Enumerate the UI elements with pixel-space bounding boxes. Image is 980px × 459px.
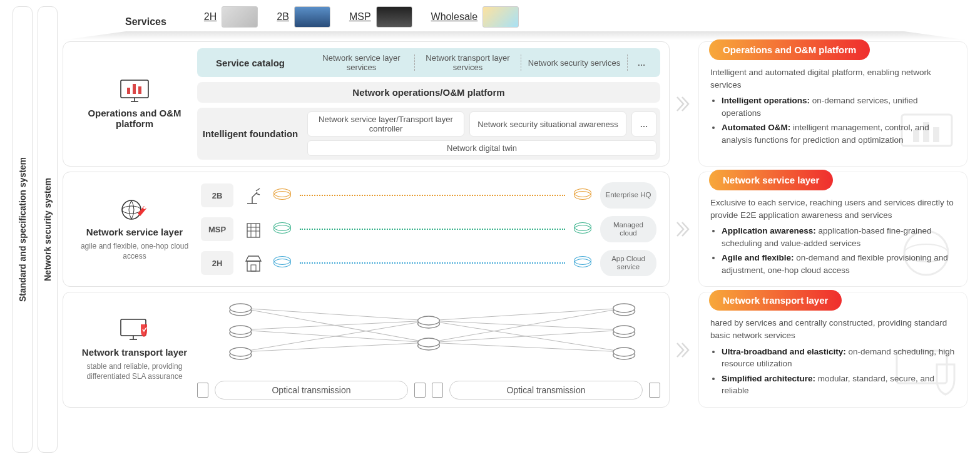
row-platform: Operations and O&M platform Service cata… — [63, 41, 967, 167]
services-section: Services 2H 2B MSP Wholesale — [63, 6, 967, 36]
svg-line-31 — [429, 308, 624, 321]
intel-ellipsis: … — [631, 111, 656, 137]
card-platform: Operations and O&M platform Intelligent … — [698, 41, 967, 167]
net-row-msp: MSP Managed cloud — [201, 216, 656, 242]
intel-bottom-cell: Network digital twin — [307, 140, 656, 156]
service-catalog-box: Service catalog Network service layer se… — [197, 48, 660, 77]
svg-point-38 — [230, 304, 252, 312]
service-text: Wholesale — [431, 11, 478, 23]
leftblock-platform: Operations and O&M platform — [72, 48, 197, 160]
svg-point-10 — [122, 200, 141, 219]
svg-rect-19 — [251, 265, 256, 271]
row-service-layer: Network service layer agile and flexible… — [63, 172, 967, 287]
svg-point-48 — [613, 304, 635, 312]
card-badge: Network transport layer — [709, 290, 842, 311]
svg-point-46 — [418, 338, 440, 347]
router-disc-icon — [273, 191, 291, 200]
svg-rect-4 — [133, 84, 136, 94]
card-transport: Network transport layer hared by service… — [698, 292, 967, 407]
net-row-2b: 2B Enterprise HQ — [201, 182, 656, 209]
monitor-chart-icon — [118, 79, 151, 104]
svg-rect-9 — [933, 127, 939, 142]
intel-stacks: Network service layer/Transport layer co… — [304, 108, 660, 160]
services-row: Services 2H 2B MSP Wholesale — [63, 6, 967, 31]
divider-icon — [414, 54, 415, 71]
service-item-msp: MSP — [349, 6, 412, 28]
platform-rightblock: Service catalog Network service layer se… — [197, 48, 660, 160]
svg-rect-8 — [923, 122, 929, 142]
oam-center-label: Network operations/O&M platform — [197, 82, 660, 103]
catalog-cell: Network service layer services — [310, 52, 413, 73]
optical-oval: Optical transmission — [215, 381, 408, 400]
services-label: Services — [125, 16, 166, 28]
bg-monitor-icon — [898, 111, 961, 161]
monitor-shield-icon — [118, 318, 151, 343]
funnel-divider — [63, 31, 967, 40]
mesh-svg — [197, 299, 660, 364]
optical-row: Optical transmission Optical transmissio… — [197, 378, 660, 401]
card-lead: Exclusive to each service, reaching user… — [710, 197, 956, 221]
svg-point-20 — [904, 231, 948, 275]
catalog-head: Service catalog — [197, 48, 304, 77]
store-icon — [242, 252, 265, 274]
thumb-2b-icon — [294, 6, 330, 28]
thumb-2h-icon — [222, 6, 258, 28]
svg-point-11 — [122, 206, 141, 214]
vbar-standard: Standard and specification system — [13, 6, 33, 453]
intel-head: Intelligent foundation — [197, 108, 304, 160]
dashed-link — [300, 229, 565, 230]
leftblock-transport: Network transport layer stable and relia… — [72, 299, 197, 400]
cloud-enterprise: Enterprise HQ — [600, 182, 656, 209]
main-column: Services 2H 2B MSP Wholesale — [63, 6, 967, 453]
intelligent-foundation-box: Intelligent foundation Network service l… — [197, 108, 660, 160]
panel-transport: Network transport layer stable and relia… — [63, 292, 670, 407]
divider-icon — [627, 54, 628, 71]
net-row-2h: 2H App Cloud service — [201, 250, 656, 276]
svg-point-40 — [230, 326, 252, 334]
transport-graphic: Optical transmission Optical transmissio… — [197, 299, 660, 400]
robot-arm-icon — [242, 184, 265, 207]
svg-line-35 — [429, 330, 624, 343]
thumb-wholesale-icon — [482, 6, 519, 28]
intel-top-cell: Network service layer/Transport layer co… — [307, 111, 464, 137]
router-disc-icon — [574, 259, 591, 267]
catalog-cell: Network transport layer services — [416, 52, 519, 73]
device-box-icon — [649, 383, 660, 398]
vbar-security: Network security system — [38, 6, 58, 453]
panel-service-layer: Network service layer agile and flexible… — [63, 172, 670, 287]
svg-point-12 — [143, 207, 146, 209]
globe-rocket-icon — [118, 198, 151, 223]
cloud-managed: Managed cloud — [600, 216, 656, 242]
router-disc-icon — [574, 191, 591, 200]
card-service-layer: Network service layer Exclusive to each … — [698, 172, 967, 287]
svg-line-25 — [240, 308, 429, 321]
device-box-icon — [197, 383, 208, 398]
leftblock-title: Network transport layer — [82, 347, 187, 358]
optical-oval: Optical transmission — [449, 381, 643, 400]
svg-point-21 — [904, 244, 948, 262]
leftblock-sub: stable and reliable, providing different… — [77, 361, 192, 381]
svg-rect-53 — [897, 351, 947, 383]
svg-rect-7 — [913, 130, 919, 142]
tag-msp: MSP — [201, 217, 233, 241]
dashed-link — [300, 195, 565, 196]
leftblock-title: Operations and O&M platform — [77, 108, 192, 129]
thumb-msp-icon — [376, 6, 412, 28]
service-net-rows: 2B Enterprise HQ MSP — [197, 178, 660, 280]
bg-globe-icon — [898, 225, 961, 281]
leftblock-sub: agile and flexible, one-hop cloud access — [77, 241, 192, 261]
service-text: 2B — [277, 11, 289, 23]
router-disc-icon — [273, 225, 291, 234]
service-item-2h: 2H — [204, 6, 258, 28]
svg-point-52 — [613, 348, 635, 356]
svg-point-50 — [613, 326, 635, 334]
svg-rect-13 — [247, 224, 260, 237]
svg-point-44 — [418, 316, 440, 325]
diagram-root: Standard and specification system Networ… — [13, 6, 967, 453]
building-icon — [242, 218, 265, 240]
svg-rect-18 — [247, 261, 260, 271]
catalog-cells: Network service layer services Network t… — [304, 48, 660, 77]
row-transport: Network transport layer stable and relia… — [63, 292, 967, 407]
catalog-cell: Network security services — [523, 57, 626, 69]
divider-icon — [521, 54, 521, 71]
